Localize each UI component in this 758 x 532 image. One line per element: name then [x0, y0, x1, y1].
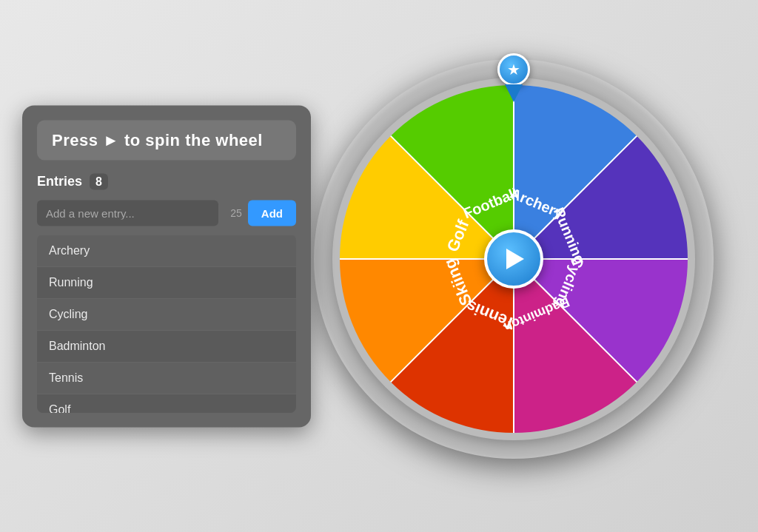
- control-panel: Press ► to spin the wheel Entries 8 25 A…: [22, 105, 311, 427]
- wheel-outer: Golf Football Archery Running Cycling Ba…: [314, 59, 714, 459]
- list-item: Archery: [37, 235, 296, 266]
- add-entry-input[interactable]: [37, 200, 218, 226]
- char-count: 25: [224, 207, 242, 219]
- list-item: Badminton: [37, 330, 296, 362]
- add-button[interactable]: Add: [248, 200, 296, 226]
- play-icon: [506, 249, 524, 269]
- add-entry-row: 25 Add: [37, 200, 296, 226]
- wheel-pointer: ★: [497, 53, 530, 102]
- entries-label: Entries: [37, 174, 82, 189]
- wheel-area: Golf Football Archery Running Cycling Ba…: [314, 59, 728, 474]
- list-item: Golf: [37, 394, 296, 412]
- main-container: Press ► to spin the wheel Entries 8 25 A…: [0, 0, 758, 532]
- entries-count: 8: [90, 173, 108, 189]
- pointer-circle: ★: [497, 53, 530, 86]
- wheel-play-button[interactable]: [484, 229, 543, 289]
- list-item: Cycling: [37, 298, 296, 330]
- spin-button[interactable]: Press ► to spin the wheel: [37, 120, 296, 160]
- star-icon: ★: [507, 61, 520, 78]
- list-item: Running: [37, 266, 296, 298]
- list-item: Tennis: [37, 362, 296, 394]
- pointer-arrow: [505, 84, 523, 102]
- entries-header: Entries 8: [37, 173, 296, 189]
- entries-list[interactable]: ArcheryRunningCyclingBadmintonTennisGolf: [37, 235, 296, 412]
